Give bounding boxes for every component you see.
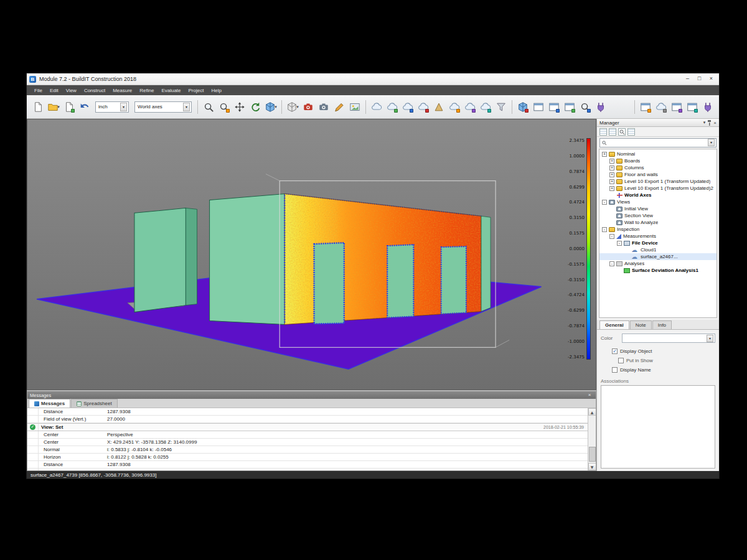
menu-measure[interactable]: Measure xyxy=(109,86,136,95)
markup-pen-button[interactable] xyxy=(332,100,347,114)
maximize-button[interactable]: □ xyxy=(694,75,705,83)
coordinate-system-dropdown-icon[interactable]: ▾ xyxy=(183,103,190,111)
manager-window-button[interactable] xyxy=(638,100,653,114)
expander-icon[interactable]: + xyxy=(609,186,614,191)
tree-item-columns[interactable]: + Columns xyxy=(599,164,716,171)
window-model-button[interactable] xyxy=(531,100,546,114)
tree-item-views[interactable]: - Views xyxy=(599,198,716,205)
spreadsheet-window-button[interactable] xyxy=(685,100,700,114)
tree-item-measurements[interactable]: - Measurements xyxy=(599,233,716,240)
plugin-connect-button[interactable] xyxy=(700,100,715,114)
display-object-checkbox[interactable]: ✓ xyxy=(612,348,618,354)
report-window-button[interactable] xyxy=(669,100,684,114)
cloud-delete-button[interactable] xyxy=(416,100,431,114)
menu-file[interactable]: File xyxy=(31,86,46,95)
cloud-manager-button[interactable] xyxy=(654,100,669,114)
cloud-export-button[interactable] xyxy=(400,100,415,114)
cloud-import-button[interactable] xyxy=(385,100,400,114)
scroll-down-icon[interactable]: ▼ xyxy=(588,463,596,470)
tree-item-surface-deviation-analysis[interactable]: Surface Deviation Analysis1 xyxy=(599,267,716,274)
cloud-view-button[interactable] xyxy=(369,100,384,114)
import-file-button[interactable] xyxy=(62,100,77,114)
zoom-extents-button[interactable] xyxy=(201,100,216,114)
tab-note[interactable]: Note xyxy=(630,320,652,329)
menu-edit[interactable]: Edit xyxy=(46,86,62,95)
display-name-checkbox[interactable] xyxy=(612,367,618,373)
tab-info[interactable]: Info xyxy=(652,320,672,329)
cube-target-button[interactable] xyxy=(515,100,530,114)
tree-item-inspection[interactable]: - Inspection xyxy=(599,226,716,233)
rotate-view-button[interactable] xyxy=(248,100,263,114)
manager-filter-icon[interactable] xyxy=(627,128,635,136)
messages-scrollbar[interactable]: ▲ ▼ xyxy=(588,408,596,470)
scroll-up-icon[interactable]: ▲ xyxy=(588,408,596,416)
cloud-mesh-button[interactable] xyxy=(447,100,462,114)
manager-search-input[interactable]: ▾ xyxy=(599,138,716,147)
menu-construct[interactable]: Construct xyxy=(80,86,109,95)
tab-spreadsheet[interactable]: Spreadsheet xyxy=(71,399,117,408)
tree-item-world-axes[interactable]: World Axes xyxy=(599,192,716,198)
tree-item-boards[interactable]: + Boards xyxy=(599,157,716,164)
expander-icon[interactable]: - xyxy=(609,234,614,239)
window-cloud-button[interactable] xyxy=(547,100,561,114)
tree-item-file-device[interactable]: - File Device xyxy=(599,240,716,246)
camera-view-button[interactable] xyxy=(316,100,331,114)
tab-general[interactable]: General xyxy=(599,320,629,329)
tree-item-section-view[interactable]: Section View xyxy=(599,212,716,219)
view-orientation-dropdown-icon[interactable]: ▾ xyxy=(275,105,277,110)
menu-refine[interactable]: Refine xyxy=(136,86,157,95)
tree-item-cloud1[interactable]: ☁ Cloud1 xyxy=(599,246,716,253)
snapshot-button[interactable] xyxy=(301,100,316,114)
expander-icon[interactable]: + xyxy=(609,172,614,177)
messages-close-icon[interactable]: × xyxy=(586,392,593,398)
menu-help[interactable]: Help xyxy=(207,86,225,95)
expander-icon[interactable]: + xyxy=(602,152,607,157)
menu-evaluate[interactable]: Evaluate xyxy=(157,86,184,95)
unit-dropdown-icon[interactable]: ▾ xyxy=(120,103,127,111)
tree-item-surface-cloud[interactable]: ☁ surface_a2467... xyxy=(599,253,716,260)
tree-item-analyses[interactable]: - Analyses xyxy=(599,260,716,267)
tree-item-floor-and-walls[interactable]: + Floor and walls xyxy=(599,171,716,178)
expander-icon[interactable]: + xyxy=(609,179,614,184)
tab-messages[interactable]: Messages xyxy=(29,399,70,408)
expander-icon[interactable]: + xyxy=(609,166,614,170)
unit-select[interactable]: inch ▾ xyxy=(95,101,129,113)
expander-icon[interactable]: - xyxy=(617,241,622,246)
pin-icon[interactable] xyxy=(707,120,712,126)
minimize-button[interactable]: – xyxy=(682,75,693,83)
zoom-cloud-button[interactable] xyxy=(578,100,593,114)
cloud-compare-button[interactable] xyxy=(478,100,493,114)
open-dropdown-icon[interactable]: ▾ xyxy=(57,105,60,110)
device-connect-button[interactable] xyxy=(593,100,608,114)
expander-icon[interactable]: - xyxy=(609,261,614,266)
expander-icon[interactable]: - xyxy=(602,227,607,232)
cloud-section-button[interactable] xyxy=(463,100,477,114)
scan-cone-button[interactable] xyxy=(431,100,446,114)
color-dropdown-icon[interactable]: ▾ xyxy=(707,335,713,342)
pan-view-button[interactable] xyxy=(232,100,247,114)
manager-menu-icon[interactable]: ▾ xyxy=(703,120,706,125)
window-compare-button[interactable] xyxy=(562,100,577,114)
view-orientation-button[interactable]: ▾ xyxy=(263,100,278,114)
message-group-row[interactable]: ✓ View: Set 2018-02-21 10:55:39 xyxy=(27,423,588,431)
manager-list-view-icon[interactable] xyxy=(599,128,607,136)
put-in-show-checkbox[interactable] xyxy=(618,358,624,363)
undo-button[interactable] xyxy=(77,100,92,114)
menu-view[interactable]: View xyxy=(62,86,80,95)
tree-item-nominal[interactable]: + Nominal xyxy=(599,151,716,157)
new-document-button[interactable] xyxy=(31,100,45,114)
cloud-filter-button[interactable] xyxy=(494,100,509,114)
shading-mode-button[interactable]: ▾ xyxy=(285,100,300,114)
search-dropdown-icon[interactable]: ▾ xyxy=(708,139,715,146)
viewport-3d[interactable]: 2.3475 1.0000 0.7874 0.6299 0.4724 0.315… xyxy=(27,119,596,390)
menu-project[interactable]: Project xyxy=(185,86,208,95)
coordinate-system-select[interactable]: World axes ▾ xyxy=(134,101,192,113)
zoom-window-button[interactable] xyxy=(217,100,232,114)
report-image-button[interactable] xyxy=(347,100,362,114)
expander-icon[interactable]: + xyxy=(609,159,614,164)
manager-search-icon[interactable] xyxy=(618,128,626,136)
associations-listbox[interactable] xyxy=(601,385,715,469)
tree-item-wall-to-analyze[interactable]: Wall to Analyze xyxy=(599,219,716,226)
tree-item-level10-export1[interactable]: + Level 10 Export 1 (Transform Updated) xyxy=(599,178,716,185)
tree-item-initial-view[interactable]: Initial View xyxy=(599,205,716,212)
